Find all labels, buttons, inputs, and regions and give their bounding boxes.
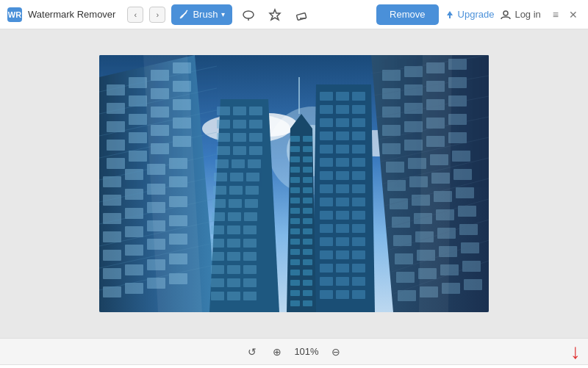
svg-rect-162	[244, 212, 257, 221]
svg-rect-215	[320, 237, 333, 246]
skyscraper-image	[99, 55, 489, 312]
svg-rect-221	[320, 264, 333, 273]
svg-rect-235	[290, 156, 300, 162]
user-icon	[500, 9, 512, 21]
svg-rect-85	[404, 121, 423, 132]
svg-rect-156	[245, 186, 259, 195]
zoom-out-button[interactable]: ⊖	[327, 343, 345, 361]
remove-button[interactable]: Remove	[376, 4, 438, 25]
polygon-button[interactable]	[265, 4, 285, 25]
svg-rect-239	[290, 177, 300, 183]
svg-rect-229	[352, 290, 365, 299]
menu-button[interactable]: ≡	[550, 7, 562, 22]
close-button[interactable]: ✕	[566, 7, 581, 22]
red-arrow: ↓	[570, 342, 581, 362]
svg-rect-209	[320, 211, 333, 220]
zoom-in-button[interactable]: ⊕	[268, 343, 286, 361]
svg-rect-252	[303, 239, 312, 245]
svg-rect-143	[233, 133, 246, 142]
brush-icon	[179, 10, 189, 20]
svg-rect-216	[336, 237, 349, 246]
svg-rect-120	[398, 290, 416, 301]
login-button[interactable]: Log in	[500, 9, 540, 21]
svg-rect-264	[303, 300, 312, 306]
svg-rect-244	[303, 198, 312, 203]
svg-rect-175	[211, 278, 224, 287]
svg-rect-253	[290, 249, 300, 255]
svg-rect-210	[336, 211, 349, 220]
svg-rect-182	[320, 92, 333, 101]
brush-button[interactable]: Brush ▾	[171, 4, 232, 25]
svg-rect-41	[103, 213, 121, 224]
svg-rect-165	[243, 226, 257, 234]
svg-rect-89	[404, 140, 423, 151]
zoom-reset-button[interactable]: ↺	[243, 343, 261, 361]
app-icon: WR	[7, 7, 22, 22]
action-bar: New Image Crop ↓ Download	[0, 364, 588, 368]
svg-rect-234	[303, 146, 312, 152]
svg-rect-228	[336, 290, 349, 299]
svg-rect-150	[248, 159, 261, 168]
svg-rect-203	[320, 184, 333, 193]
svg-rect-237	[290, 167, 300, 173]
title-bar: WR Watermark Remover ‹ › Brush ▾	[0, 0, 588, 29]
svg-rect-14	[129, 77, 147, 88]
svg-rect-223	[352, 264, 365, 273]
svg-rect-250	[303, 228, 312, 234]
svg-rect-188	[320, 118, 333, 127]
svg-rect-30	[129, 151, 147, 162]
svg-rect-173	[227, 265, 240, 274]
svg-rect-33	[103, 176, 121, 187]
svg-rect-154	[213, 186, 226, 195]
svg-rect-183	[336, 92, 349, 101]
zoom-value: 101%	[293, 346, 320, 357]
polygon-icon	[268, 8, 282, 21]
toolbar-right: Remove Upgrade Log in ≡ ✕	[376, 4, 581, 25]
svg-rect-57	[103, 286, 121, 297]
svg-rect-146	[233, 146, 246, 155]
svg-rect-206	[320, 198, 333, 206]
svg-rect-88	[382, 143, 401, 154]
eraser-button[interactable]	[291, 4, 312, 25]
svg-rect-53	[103, 268, 121, 279]
lasso-icon	[242, 8, 255, 21]
svg-rect-202	[352, 171, 365, 180]
svg-rect-119	[462, 261, 481, 272]
svg-rect-99	[453, 169, 472, 180]
svg-rect-232	[303, 136, 312, 142]
svg-rect-155	[229, 186, 243, 195]
svg-rect-185	[320, 105, 333, 114]
svg-rect-166	[211, 239, 224, 248]
image-container[interactable]	[99, 55, 489, 312]
svg-rect-246	[303, 208, 312, 214]
svg-line-0	[186, 10, 187, 12]
svg-rect-197	[320, 158, 333, 167]
lasso-button[interactable]	[238, 4, 259, 25]
forward-button[interactable]: ›	[149, 7, 165, 23]
svg-rect-247	[290, 218, 300, 224]
svg-rect-17	[107, 103, 125, 114]
svg-rect-25	[107, 140, 125, 151]
svg-rect-226	[352, 277, 365, 286]
svg-rect-151	[214, 173, 227, 181]
svg-rect-200	[320, 171, 333, 180]
svg-rect-251	[290, 239, 300, 245]
svg-rect-37	[103, 195, 121, 206]
svg-rect-58	[125, 283, 143, 294]
svg-rect-172	[211, 265, 224, 274]
main-canvas	[0, 29, 588, 338]
svg-rect-193	[352, 131, 365, 140]
upgrade-icon	[445, 10, 455, 20]
svg-rect-222	[336, 264, 349, 273]
svg-rect-21	[107, 121, 125, 132]
svg-rect-77	[404, 84, 423, 95]
svg-rect-198	[336, 158, 349, 167]
svg-rect-50	[125, 245, 143, 256]
svg-rect-208	[352, 198, 365, 206]
svg-rect-103	[456, 187, 474, 198]
svg-rect-201	[336, 171, 349, 180]
back-button[interactable]: ‹	[127, 7, 143, 23]
svg-rect-220	[352, 250, 365, 259]
svg-rect-213	[336, 224, 349, 233]
upgrade-button[interactable]: Upgrade	[445, 9, 495, 20]
